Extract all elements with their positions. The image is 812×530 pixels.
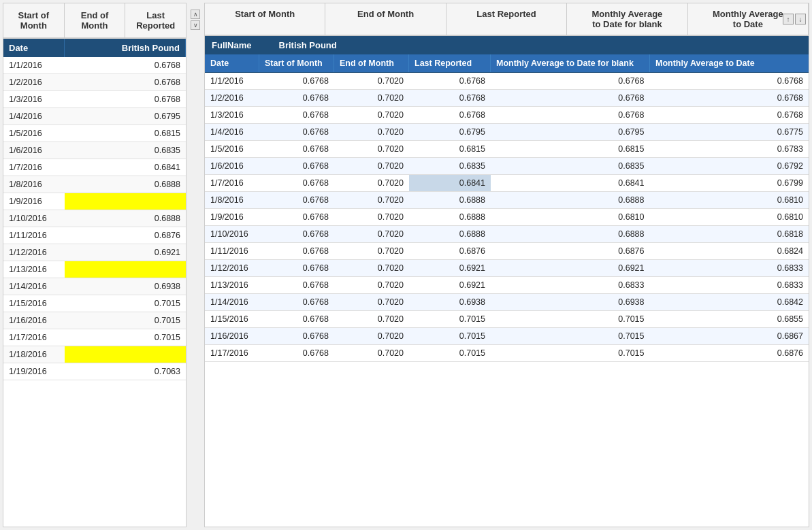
- rc-eom: 0.7020: [334, 158, 409, 174]
- right-row[interactable]: 1/1/20160.67680.70200.67680.67680.6768: [205, 73, 809, 90]
- rc-matd: 0.6824: [650, 243, 809, 259]
- rc-eom: 0.7020: [334, 277, 409, 293]
- right-row[interactable]: 1/5/20160.67680.70200.68150.68150.6783: [205, 141, 809, 158]
- sort-up-btn[interactable]: ↑: [783, 14, 794, 24]
- left-row[interactable]: 1/5/20160.6815: [3, 125, 186, 142]
- scroll-up-btn[interactable]: ∧: [191, 10, 200, 19]
- left-cell-value: 0.6876: [65, 227, 186, 244]
- rc-lr: 0.7015: [409, 345, 491, 361]
- left-row[interactable]: 1/4/20160.6795: [3, 108, 186, 125]
- left-cell-value: 0.7063: [65, 363, 186, 380]
- rc-matd: 0.6783: [650, 141, 809, 157]
- left-row[interactable]: 1/10/20160.6888: [3, 210, 186, 227]
- left-row[interactable]: 1/8/20160.6888: [3, 176, 186, 193]
- left-cell-value: 0.6841: [65, 159, 186, 176]
- right-row[interactable]: 1/8/20160.67680.70200.68880.68880.6810: [205, 192, 809, 209]
- rc-matdfb: 0.6768: [491, 73, 650, 89]
- rc-date: 1/17/2016: [205, 345, 259, 361]
- left-row[interactable]: 1/13/2016: [3, 261, 186, 278]
- right-row[interactable]: 1/2/20160.67680.70200.67680.67680.6768: [205, 90, 809, 107]
- rc-date: 1/2/2016: [205, 90, 259, 106]
- rc-eom: 0.7020: [334, 107, 409, 123]
- scroll-down-btn[interactable]: ∨: [191, 20, 200, 30]
- rc-matdfb: 0.7015: [491, 345, 650, 361]
- right-content: FullName British Pound Date Start of Mon…: [205, 36, 809, 527]
- rc-matd: 0.6775: [650, 124, 809, 140]
- currency-label: British Pound: [279, 40, 337, 50]
- left-row[interactable]: 1/18/2016: [3, 346, 186, 363]
- left-row[interactable]: 1/17/20160.7015: [3, 329, 186, 346]
- right-row[interactable]: 1/3/20160.67680.70200.67680.67680.6768: [205, 107, 809, 124]
- right-row[interactable]: 1/7/20160.67680.70200.68410.68410.6799: [205, 175, 809, 192]
- left-cell-date: 1/16/2016: [3, 312, 65, 329]
- left-row[interactable]: 1/16/20160.7015: [3, 312, 186, 329]
- left-cell-value: 0.7015: [65, 312, 186, 329]
- rc-eom: 0.7020: [334, 90, 409, 106]
- left-cell-value: 0.6835: [65, 142, 186, 159]
- right-row[interactable]: 1/11/20160.67680.70200.68760.68760.6824: [205, 243, 809, 260]
- left-row[interactable]: 1/19/20160.7063: [3, 363, 186, 380]
- rc-lr: 0.6888: [409, 192, 491, 208]
- rc-som: 0.6768: [259, 294, 334, 310]
- rc-lr: 0.6888: [409, 209, 491, 225]
- rc-eom: 0.7020: [334, 243, 409, 259]
- rc-som: 0.6768: [259, 209, 334, 225]
- left-row[interactable]: 1/12/20160.6921: [3, 244, 186, 261]
- right-row[interactable]: 1/6/20160.67680.70200.68350.68350.6792: [205, 158, 809, 175]
- right-row[interactable]: 1/14/20160.67680.70200.69380.69380.6842: [205, 294, 809, 311]
- rc-lr: 0.6888: [409, 226, 491, 242]
- right-row[interactable]: 1/9/20160.67680.70200.68880.68100.6810: [205, 209, 809, 226]
- rc-som: 0.6768: [259, 192, 334, 208]
- rch-som: Start of Month: [259, 54, 334, 72]
- rch-matd: Monthly Average to Date: [650, 54, 809, 72]
- right-row[interactable]: 1/12/20160.67680.70200.69210.69210.6833: [205, 260, 809, 277]
- left-cell-value: 0.6768: [65, 91, 186, 107]
- right-row[interactable]: 1/4/20160.67680.70200.67950.67950.6775: [205, 124, 809, 141]
- left-row[interactable]: 1/15/20160.7015: [3, 295, 186, 312]
- left-cell-value: 0.6888: [65, 176, 186, 193]
- left-cell-value: 0.6888: [65, 210, 186, 227]
- main-container: Start of Month End of Month Last Reporte…: [0, 0, 812, 530]
- right-row[interactable]: 1/17/20160.67680.70200.70150.70150.6876: [205, 345, 809, 362]
- right-row[interactable]: 1/15/20160.67680.70200.70150.70150.6855: [205, 311, 809, 328]
- left-cell-date: 1/3/2016: [3, 91, 65, 107]
- left-row[interactable]: 1/2/20160.6768: [3, 74, 186, 91]
- rc-som: 0.6768: [259, 107, 334, 123]
- rc-matdfb: 0.6876: [491, 243, 650, 259]
- left-cell-value: 0.6938: [65, 278, 186, 295]
- right-row[interactable]: 1/16/20160.67680.70200.70150.70150.6867: [205, 328, 809, 345]
- rc-eom: 0.7020: [334, 345, 409, 361]
- sort-down-btn[interactable]: ↓: [795, 14, 806, 24]
- left-row[interactable]: 1/7/20160.6841: [3, 159, 186, 176]
- rc-date: 1/8/2016: [205, 192, 259, 208]
- left-cell-date: 1/4/2016: [3, 108, 65, 125]
- rch-eom: End of Month: [334, 54, 409, 72]
- left-col-header-date: Date: [3, 39, 65, 57]
- rc-date: 1/16/2016: [205, 328, 259, 344]
- left-row[interactable]: 1/11/20160.6876: [3, 227, 186, 244]
- rc-date: 1/14/2016: [205, 294, 259, 310]
- rc-eom: 0.7020: [334, 226, 409, 242]
- sort-arrows: ↑ ↓: [783, 14, 806, 24]
- rc-matd: 0.6876: [650, 345, 809, 361]
- rc-eom: 0.7020: [334, 124, 409, 140]
- rc-lr: 0.6921: [409, 260, 491, 276]
- rc-date: 1/12/2016: [205, 260, 259, 276]
- right-row[interactable]: 1/10/20160.67680.70200.68880.68880.6818: [205, 226, 809, 243]
- left-cell-date: 1/9/2016: [3, 193, 65, 210]
- rch-date: Date: [205, 54, 259, 72]
- left-row[interactable]: 1/1/20160.6768: [3, 57, 186, 74]
- rc-lr: 0.6876: [409, 243, 491, 259]
- left-cell-value: 0.7015: [65, 295, 186, 312]
- right-row[interactable]: 1/13/20160.67680.70200.69210.68330.6833: [205, 277, 809, 294]
- rc-som: 0.6768: [259, 158, 334, 174]
- rc-matdfb: 0.6921: [491, 260, 650, 276]
- left-header-col3: Last Reported: [125, 3, 186, 37]
- left-row[interactable]: 1/6/20160.6835: [3, 142, 186, 159]
- rc-eom: 0.7020: [334, 328, 409, 344]
- left-row[interactable]: 1/9/2016: [3, 193, 186, 210]
- left-row[interactable]: 1/14/20160.6938: [3, 278, 186, 295]
- rc-lr: 0.6815: [409, 141, 491, 157]
- left-row[interactable]: 1/3/20160.6768: [3, 91, 186, 108]
- left-header: Start of Month End of Month Last Reporte…: [3, 3, 186, 39]
